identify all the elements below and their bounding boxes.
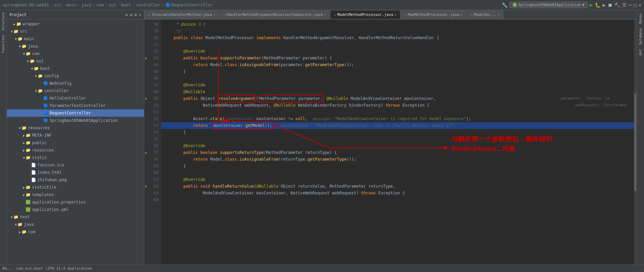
- line-num-46: 46: [144, 75, 161, 82]
- line-num-58: 58: [144, 156, 161, 163]
- tree-item-main[interactable]: ▼ 📁 main: [7, 35, 144, 43]
- tree-item-request-controller[interactable]: ▶ 🔵 RequestController: [7, 109, 144, 117]
- bc-main[interactable]: main: [66, 3, 76, 7]
- bc-file: RequestController: [171, 3, 213, 7]
- tree-item-static[interactable]: ▼ 📁 static: [7, 154, 144, 161]
- tree-item-config[interactable]: ▼ 📁 config: [7, 72, 144, 80]
- debug-button[interactable]: 🐛: [595, 2, 601, 8]
- tree-item-app-props[interactable]: ▶ 🟩 application.properties: [7, 198, 144, 206]
- tree-item-boot[interactable]: ▼ 📁 boot: [7, 65, 144, 72]
- tree-item-staticfile[interactable]: ▶ 📁 staticFile: [7, 184, 144, 191]
- build-button[interactable]: 🔨: [614, 2, 620, 8]
- translate-icon[interactable]: 文: [622, 2, 627, 8]
- maven-tab[interactable]: Maven: [638, 11, 643, 26]
- tree-item-zhifubao[interactable]: ▶ 📄 zhifubao.png: [7, 176, 144, 184]
- chevron-icon: ▶: [23, 193, 25, 197]
- bc-xu1[interactable]: xu1: [109, 3, 116, 7]
- tab-map-processor[interactable]: ☕ MapMethodProcessor.java ✕: [401, 10, 466, 19]
- tree-item-src[interactable]: ▼ 📁 src: [7, 28, 144, 35]
- panel-action-settings[interactable]: ⊕: [125, 12, 128, 17]
- bc-src[interactable]: src: [54, 3, 62, 7]
- tree-item-test[interactable]: ▼ 📁 test: [7, 213, 144, 221]
- folder-icon: 📁: [26, 185, 31, 190]
- run-config[interactable]: 🟢 Springboot05Web01Application ▼: [509, 2, 588, 8]
- tree-item-favicon[interactable]: ▶ 📄 favicon.ico: [7, 161, 144, 169]
- tree-item-controller[interactable]: ▼ 📁 controller: [7, 87, 144, 94]
- tree-label: favicon.ico: [37, 163, 64, 167]
- status-text: Ru... com.xu1.boot (JFW 11.4 Application: [3, 266, 92, 271]
- tree-item-app[interactable]: ▶ 🔵 Springboot05Web01Application: [7, 117, 144, 124]
- tree-item-test-com[interactable]: ▶ 📁 com: [7, 228, 144, 236]
- tab-model-an[interactable]: ☕ ModelAn... ✕: [467, 10, 503, 19]
- tree-label: xu1: [36, 59, 43, 63]
- close-tab-icon[interactable]: ✕: [394, 13, 397, 17]
- panel-action-close[interactable]: ✕: [139, 12, 141, 17]
- coverage-button[interactable]: ▶: [603, 2, 605, 8]
- tree-item-param-controller[interactable]: ▶ 🔵 ParameterTestController: [7, 102, 144, 109]
- folder-icon: 📁: [22, 229, 27, 234]
- database-tab[interactable]: Database: [638, 26, 643, 47]
- folder-icon: 📁: [38, 88, 43, 93]
- line-num-53: 53: [144, 122, 161, 129]
- bc-controller[interactable]: controller: [136, 3, 160, 7]
- chevron-icon: ▼: [11, 30, 13, 33]
- main-area: Structure Favorites Project ⊕ ≡ ⚙ ✕ ▶ 📁 …: [0, 10, 644, 265]
- tree-item-index-html[interactable]: ▶ 📄 index.html: [7, 169, 144, 176]
- tree-item-resources-sub[interactable]: ▶ 📁 resources: [7, 146, 144, 154]
- tab-invocable[interactable]: ☕ InvocableHandlerMethod.java ✕: [144, 10, 219, 19]
- ant-tab[interactable]: Ant: [638, 47, 643, 57]
- close-tab-icon[interactable]: ✕: [498, 13, 500, 17]
- bc-boot[interactable]: boot: [121, 3, 131, 7]
- panel-action-sort[interactable]: ≡: [130, 12, 132, 17]
- bc-java[interactable]: java: [82, 3, 91, 7]
- tree-item-xu1[interactable]: ▼ 📁 xu1: [7, 57, 144, 65]
- bc-project[interactable]: springboot-05-web01: [3, 3, 49, 7]
- chevron-icon: ▼: [35, 89, 37, 93]
- close-tab-icon[interactable]: ✕: [324, 13, 326, 17]
- code-content[interactable]: * @since 3.1 */ public class ModelMethod…: [161, 20, 637, 265]
- tree-item-templates[interactable]: ▶ 📁 templates: [7, 191, 144, 198]
- window-close[interactable]: ✕: [639, 2, 641, 8]
- tree-item-app-yml[interactable]: ▶ 🟩 application.yml: [7, 206, 144, 213]
- scrollbar-thumb[interactable]: [634, 93, 636, 191]
- param-hint-49: parameter: "method 'te: [560, 95, 610, 102]
- java-file-icon: 🔵: [43, 111, 48, 115]
- code-line-48: @Nullable: [161, 88, 637, 95]
- code-container[interactable]: 38 39 40 41 42 ●43 44 45 46 47 48 ●49 50…: [144, 20, 637, 265]
- tree-item-hello-controller[interactable]: ▶ 🔵 HelloController: [7, 94, 144, 102]
- folder-icon: 📁: [30, 59, 35, 63]
- tree-item-java[interactable]: ▼ 📁 java: [7, 43, 144, 50]
- run-config-icon: 🟢: [513, 3, 517, 7]
- favorites-tab[interactable]: Favorites: [1, 32, 6, 55]
- profile-button[interactable]: ⏹: [608, 2, 612, 8]
- tree-item-webconfig[interactable]: ▶ 🔵 WebConfig: [7, 80, 144, 87]
- vertical-scrollbar[interactable]: [634, 20, 637, 265]
- tree-item-public[interactable]: ▶ 📁 public: [7, 139, 144, 146]
- tree-item-test-java[interactable]: ▼ 📁 java: [7, 221, 144, 228]
- close-tab-icon[interactable]: ✕: [213, 13, 215, 17]
- panel-action-gear[interactable]: ⚙: [135, 12, 137, 17]
- code-line-58: return Model.class.isAssignableFrom(retu…: [161, 156, 637, 163]
- tab-model-method-processor[interactable]: ☕ ModelMethodProcessor.java ✕: [330, 10, 400, 19]
- tree-item-com[interactable]: ▼ 📁 com: [7, 50, 144, 57]
- structure-tab[interactable]: Structure: [1, 10, 6, 32]
- tree-item-meta-inf[interactable]: ▶ 📁 META-INF: [7, 132, 144, 139]
- bc-com[interactable]: com: [96, 3, 104, 7]
- tree-label: resources: [32, 148, 54, 153]
- tree-item-wrapper[interactable]: ▶ 📁 wrapper: [7, 20, 144, 28]
- run-button[interactable]: ▶: [590, 2, 593, 8]
- line-num-55: 55: [144, 136, 161, 142]
- tree-item-resources[interactable]: ▼ 📁 resources: [7, 124, 144, 132]
- project-panel-title: Project: [9, 12, 27, 17]
- run-config-dropdown[interactable]: ▼: [582, 3, 585, 7]
- chevron-icon: ▶: [23, 186, 25, 189]
- window-min[interactable]: ─: [629, 2, 632, 8]
- java-file-icon: 🔵: [43, 96, 48, 101]
- window-max[interactable]: □: [634, 2, 636, 8]
- code-line-62: public void handleReturnValue(@Nullable …: [161, 183, 637, 190]
- close-tab-icon[interactable]: ✕: [461, 13, 463, 17]
- chevron-icon: ▼: [35, 74, 37, 78]
- tab-handler-resolver[interactable]: ☕ HandlerMethodArgumentResolverComposite…: [219, 10, 329, 19]
- tab-label: ModelAn...: [474, 12, 496, 17]
- line-num-63: 63: [144, 190, 161, 196]
